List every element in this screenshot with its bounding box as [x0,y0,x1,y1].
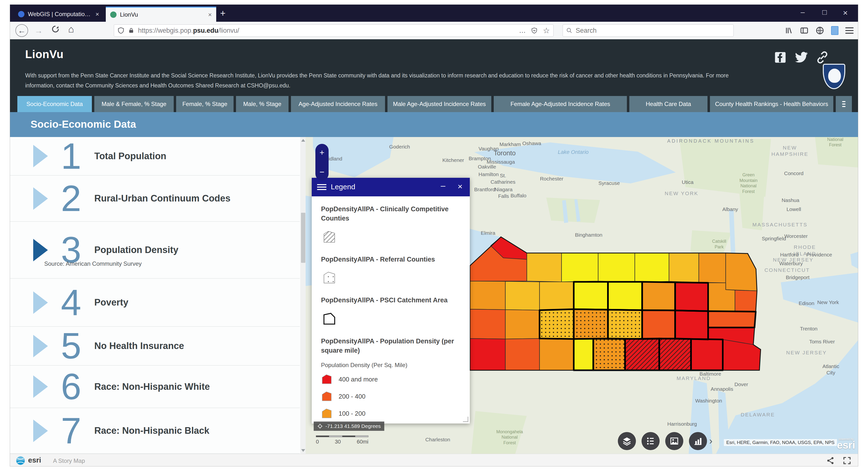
menu-icon[interactable] [845,26,854,35]
legend-panel[interactable]: Legend – × PopDensityAllPA - Clinically … [312,178,470,423]
county-polygon[interactable] [574,339,593,370]
county-polygon[interactable] [723,340,761,370]
url-text[interactable]: https://webgis.pop.psu.edu/lionvu/ [138,27,239,34]
county-polygon[interactable] [562,253,598,282]
zoom-in-icon[interactable]: + [315,148,329,157]
tab-county-health-rankings-health-behaviors[interactable]: County Health Rankings - Health Behavior… [710,96,833,112]
county-polygon[interactable] [574,282,608,310]
extension-page-icon[interactable] [831,26,838,35]
county-polygon[interactable] [470,281,505,310]
county-polygon[interactable] [527,253,562,282]
county-polygon[interactable] [669,253,699,282]
map-label-massachusetts: MASSACHUSETTS [752,222,808,228]
tab-male-age-adjusted-incidence-rates[interactable]: Male Age-Adjusted Incidence Rates [388,96,491,112]
county-polygon[interactable] [675,310,708,340]
new-tab-button[interactable]: + [220,8,225,18]
county-polygon[interactable] [470,309,505,339]
esri-wordmark[interactable]: esri [28,456,41,464]
tab-female-age-adjusted-incidence-rates[interactable]: Female Age-Adjusted Incidence Rates [494,96,627,112]
map-label-syracuse: Syracuse [598,180,620,186]
layers-button[interactable] [618,432,636,450]
legend-toggle-button[interactable] [642,432,660,450]
legend-resize-handle[interactable] [463,417,468,422]
tab-male-female-stage[interactable]: Male & Female, % Stage [94,96,174,112]
county-polygon[interactable] [505,281,540,310]
twitter-icon[interactable] [795,52,808,63]
close-tab-icon[interactable]: × [208,11,212,19]
tab-age-adjusted-incidence-rates[interactable]: Age-Adjusted Incidence Rates [291,96,385,112]
story-map-label: A Story Map [53,457,85,464]
url-bar[interactable]: https://webgis.pop.psu.edu/lionvu/ … ☆ [114,24,554,37]
forward-button[interactable]: → [34,25,43,36]
tab-female-stage[interactable]: Female, % Stage [176,96,234,112]
county-polygon[interactable] [505,310,540,339]
pocket-icon[interactable] [531,27,537,34]
reload-button[interactable] [51,25,60,36]
county-polygon[interactable] [608,282,642,310]
tab-health-care-data[interactable]: Health Care Data [629,96,708,112]
county-polygon[interactable] [642,282,675,310]
home-button[interactable]: ⌂ [68,24,74,34]
browser-tab-title: LionVu [120,11,205,18]
bookmark-star-icon[interactable]: ☆ [543,26,550,35]
close-window-button[interactable]: × [843,8,848,18]
sidebar-item-total-population[interactable]: 1Total Population [10,137,300,176]
tab-male-stage[interactable]: Male, % Stage [236,96,288,112]
county-polygon[interactable] [470,339,505,370]
chart-button[interactable] [689,432,707,450]
county-polygon[interactable] [635,253,669,282]
search-bar[interactable] [563,24,734,37]
search-input[interactable] [575,27,730,35]
tracking-protection-icon[interactable] [118,27,124,34]
county-polygon[interactable] [505,339,540,370]
map-label-albany: Albany [722,206,738,213]
pa-choropleth[interactable] [466,233,765,392]
sidebar-item-population-density[interactable]: 3Population DensitySource: American Comm… [10,222,300,279]
sidebar-scrollbar[interactable] [300,137,306,454]
county-polygon[interactable] [708,311,756,327]
county-polygon[interactable] [691,339,723,370]
scrollbar-thumb[interactable] [301,213,305,263]
map-canvas[interactable]: MidlandGoderichKitchenerVaughanMarkhamOs… [306,137,858,454]
legend-minimize-button[interactable]: – [441,181,445,190]
controls-chevron-icon[interactable]: › [709,436,712,446]
fullscreen-icon[interactable] [843,456,851,465]
share-icon[interactable] [826,456,835,465]
close-tab-icon[interactable]: × [95,10,99,18]
sidebar-item-rural-urban-continuum-codes[interactable]: 2Rural-Urban Continuum Codes [10,176,300,222]
sidebar-item-poverty[interactable]: 4Poverty [10,279,300,327]
county-polygon[interactable] [726,253,757,291]
scroll-up-icon[interactable] [301,139,305,141]
county-polygon[interactable] [540,339,574,370]
browser-tab-lionvu[interactable]: LionVu × [106,7,216,22]
county-polygon[interactable] [699,253,726,283]
browser-tab-webgis[interactable]: WebGIS | Computational and S × [14,7,103,22]
county-polygon[interactable] [642,310,675,339]
basemap-button[interactable] [665,432,683,450]
tab-socio-economic-data[interactable]: Socio-Economic Data [17,96,92,112]
facebook-icon[interactable] [774,51,787,64]
minimize-window-button[interactable]: – [801,8,805,17]
sidebar-item-race-non-hispanic-white[interactable]: 6Race: Non-Hispanic White [10,366,300,408]
zoom-control[interactable]: + − [315,144,329,181]
sidebar-item-no-health-insurance[interactable]: 5No Health Insurance [10,327,300,366]
sidebar-item-race-non-hispanic-black[interactable]: 7Race: Non-Hispanic Black [10,408,300,454]
legend-layer-heading: PopDensityAllPA - PSCI Catchment Area [321,296,461,305]
legend-titlebar[interactable]: Legend – × [312,178,470,196]
sidebars-icon[interactable] [800,26,809,35]
county-polygon[interactable] [675,282,708,311]
penn-state-logo[interactable] [823,64,845,89]
share-link-icon[interactable] [816,51,829,64]
page-actions-icon[interactable]: … [519,27,526,34]
county-polygon[interactable] [735,290,757,312]
county-polygon[interactable] [540,282,574,310]
scroll-down-icon[interactable] [301,449,305,452]
back-button[interactable]: ← [16,24,28,37]
zoom-out-icon[interactable]: − [315,168,329,176]
maximize-window-button[interactable]: □ [822,8,827,17]
legend-close-button[interactable]: × [458,182,462,191]
library-icon[interactable] [785,26,793,35]
county-polygon[interactable] [598,253,635,282]
tab-overflow-menu[interactable] [836,96,852,112]
extension-globe-icon[interactable] [815,26,824,35]
